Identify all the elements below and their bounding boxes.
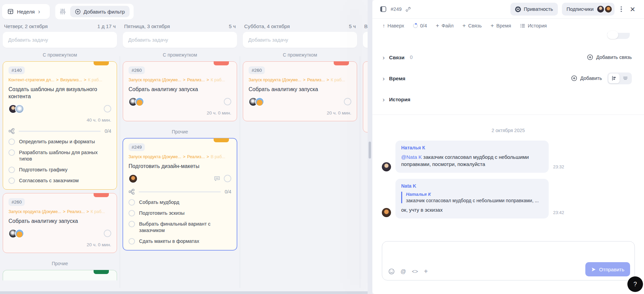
task-card-260[interactable]: #260 Запуск продукта (Докуме...>Реализ..…: [123, 61, 237, 121]
checklist-checkbox[interactable]: [8, 167, 15, 173]
comment-input[interactable]: [388, 245, 629, 264]
nav-link-label: Связь: [468, 23, 482, 28]
add-time-button[interactable]: Добавить: [571, 75, 602, 81]
close-icon[interactable]: ×: [628, 4, 637, 14]
view-switcher-button[interactable]: Неделя ›: [2, 4, 50, 19]
nav-add-file[interactable]: + Файл: [436, 22, 454, 29]
assignee-avatars: [8, 104, 21, 113]
comment-time: 23:32: [553, 164, 564, 169]
add-task-input[interactable]: [243, 32, 357, 48]
checklist-checkbox[interactable]: [129, 210, 135, 216]
send-button[interactable]: Отправить: [585, 262, 630, 276]
add-task-input[interactable]: [3, 32, 117, 48]
time-section-row[interactable]: › Время Добавить: [372, 68, 644, 89]
breadcrumb-board[interactable]: Реализ...: [67, 209, 85, 214]
comment-author[interactable]: Nata K: [401, 183, 543, 189]
column-title: В: [364, 23, 368, 29]
code-icon[interactable]: <>: [412, 269, 418, 275]
comment-author[interactable]: Наталья К: [401, 145, 543, 150]
nav-add-time[interactable]: + Время: [491, 22, 511, 29]
complete-task-radio[interactable]: [104, 105, 111, 112]
breadcrumb-project[interactable]: Запуск продукта (Докуме...: [129, 154, 181, 159]
breadcrumb-project[interactable]: Запуск продукта (Докуме...: [249, 78, 301, 82]
breadcrumb-project[interactable]: Запуск продукта (Докуме...: [129, 78, 181, 82]
mention-icon[interactable]: @: [401, 269, 406, 275]
checklist-checkbox[interactable]: [8, 149, 15, 156]
add-filter-button[interactable]: Добавить фильтр: [70, 6, 130, 17]
comment-bubble[interactable]: Наталья К @Nata Kзаказчик согласовал муд…: [395, 141, 549, 173]
vertical-scrollbar-track[interactable]: [368, 0, 372, 294]
priority-tab: [94, 193, 109, 197]
checklist-checkbox[interactable]: [129, 199, 135, 206]
checklist-checkbox[interactable]: [129, 238, 135, 245]
task-card-260[interactable]: #260 Запуск продукта (Докуме...>Реализ..…: [3, 193, 117, 253]
breadcrumb-status[interactable]: К раб...: [91, 209, 105, 214]
checklist-label: Собрать мудборд: [139, 199, 179, 206]
breadcrumb-board[interactable]: Визуализ...: [60, 78, 82, 82]
view-switcher-label: Неделя: [17, 9, 35, 15]
priority-tab: [94, 61, 109, 65]
column-hours: 5 ч: [349, 23, 356, 29]
nav-history[interactable]: История: [520, 23, 547, 28]
help-button[interactable]: ?: [627, 276, 643, 292]
plus-circle-icon: [571, 75, 577, 81]
assignees-row: [8, 104, 111, 113]
task-card-260[interactable]: #260 Запуск продукта (Докуме...>Реализ..…: [243, 61, 357, 121]
add-link-button[interactable]: Добавить связь: [587, 54, 632, 60]
breadcrumb-project[interactable]: Запуск продукта (Докуме...: [8, 209, 61, 214]
emoji-icon[interactable]: [388, 268, 395, 275]
horizontal-scrollbar[interactable]: [0, 291, 368, 294]
estimate-label: 20 ч. 0 мин.: [249, 110, 351, 115]
column-hours: 5 ч: [229, 23, 236, 29]
breadcrumb-board[interactable]: Реализ...: [187, 78, 205, 82]
partial-toggle-switch[interactable]: [607, 33, 630, 39]
task-card-partial[interactable]: [3, 270, 117, 280]
breadcrumb-project[interactable]: Контент-стратегия дл...: [8, 78, 54, 82]
breadcrumb-status[interactable]: В раб...: [211, 154, 225, 159]
comment-bubble[interactable]: Nata K Наталья К заказчик согласовал муд…: [395, 179, 549, 218]
checklist-checkbox[interactable]: [8, 139, 15, 145]
add-filter-label: Добавить фильтр: [83, 9, 125, 15]
history-list-icon: [520, 23, 525, 28]
checklist-checkbox[interactable]: [129, 221, 135, 227]
list-view-button[interactable]: [620, 74, 631, 83]
estimate-label: 20 ч. 0 мин.: [8, 242, 111, 247]
task-card-140[interactable]: #140 Контент-стратегия дл...>Визуализ...…: [3, 61, 117, 190]
privacy-button[interactable]: Приватность: [510, 3, 558, 16]
sidebar-panel-icon[interactable]: [380, 6, 387, 13]
nav-subtasks[interactable]: 0/4: [413, 23, 427, 28]
nav-subtasks-count: 0/4: [420, 23, 427, 28]
vertical-scrollbar-thumb[interactable]: [369, 142, 371, 159]
scroll-top-button[interactable]: ↑ Наверх: [383, 23, 404, 28]
quoted-reply[interactable]: Наталья К заказчик согласовал мудборд с …: [401, 192, 543, 203]
tune-icon[interactable]: [59, 8, 66, 15]
add-task-input[interactable]: [123, 32, 237, 48]
checklist-checkbox[interactable]: [8, 177, 15, 184]
task-card-249-selected[interactable]: #249 Запуск продукта (Докуме...>Реализ..…: [123, 138, 237, 250]
breadcrumb-status[interactable]: К раб...: [331, 78, 345, 82]
breadcrumb-board[interactable]: Реализ...: [307, 78, 325, 82]
complete-task-radio[interactable]: [224, 175, 231, 182]
comments-thread: 2 октября 2025 Наталья К @Nata Kзаказчик…: [372, 128, 644, 218]
timeline-view-button[interactable]: [608, 74, 620, 83]
column-friday: Пятница, 3 октября 5 ч С промежутком #26…: [123, 20, 237, 291]
subtasks-progress: 0/4: [129, 189, 231, 195]
task-title: Собрать аналитику запуска: [8, 217, 111, 225]
attach-plus-icon[interactable]: +: [424, 268, 428, 275]
copy-link-icon[interactable]: [406, 7, 411, 12]
progress-bar: [19, 131, 101, 132]
mention-link[interactable]: @Nata K: [401, 154, 422, 160]
links-section-row[interactable]: › Связи 0 Добавить связь: [372, 47, 644, 68]
breadcrumb-board[interactable]: Реализ...: [187, 154, 205, 159]
followers-button[interactable]: Подписчики: [562, 3, 615, 16]
history-section-label: История: [389, 97, 410, 102]
history-section-row[interactable]: › История: [372, 89, 644, 110]
checklist-label: Подготовить графику: [19, 167, 67, 173]
breadcrumb-status[interactable]: К раб...: [88, 78, 102, 82]
breadcrumb-status[interactable]: К раб...: [211, 78, 225, 82]
nav-add-link[interactable]: + Связь: [463, 22, 482, 29]
complete-task-radio[interactable]: [344, 98, 351, 105]
more-options-icon[interactable]: [619, 4, 624, 14]
complete-task-radio[interactable]: [104, 230, 111, 237]
complete-task-radio[interactable]: [224, 98, 231, 105]
